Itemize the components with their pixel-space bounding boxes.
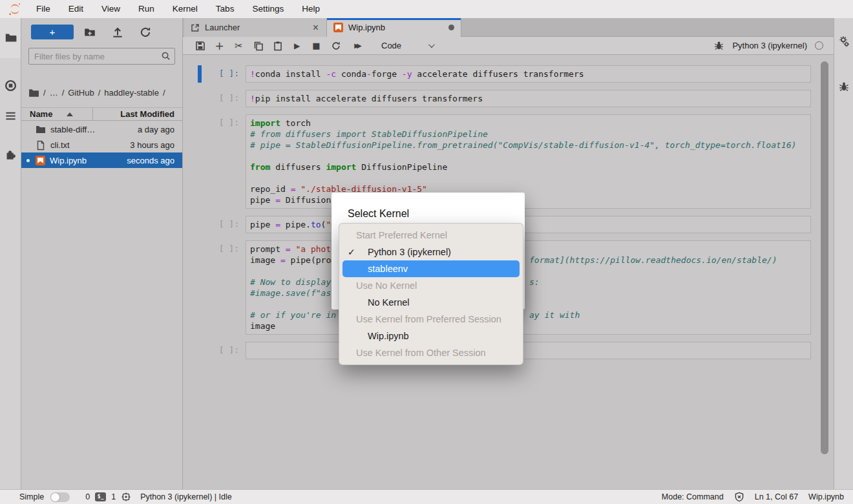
cut-icon[interactable]: ✂ <box>233 40 244 51</box>
cell-type-dropdown[interactable]: Code <box>381 41 433 50</box>
cell-code-editor[interactable]: pipe = pipe.to("m <box>246 216 811 233</box>
code-token: # Now to display <box>250 277 336 287</box>
menu-item-wip-ipynb[interactable]: Wip.ipynb <box>339 328 523 344</box>
refresh-icon[interactable] <box>139 26 152 39</box>
code-token: format](https://pillow.readthedocs.io/en… <box>529 255 777 266</box>
menu-run[interactable]: Run <box>129 0 163 18</box>
code-token: ay it with <box>529 310 580 320</box>
tab-wip-ipynb[interactable]: Wip.ipynb <box>327 18 461 37</box>
code-token: - <box>366 69 372 79</box>
add-cell-icon[interactable]: + <box>214 40 225 51</box>
code-token: DiffusionP <box>280 195 336 205</box>
table-of-contents-icon[interactable] <box>5 110 17 122</box>
folder-icon <box>36 125 46 134</box>
code-token: #image.save(f"ast <box>250 288 336 298</box>
menu-header-other-session: Use Kernel from Other Session <box>339 344 523 361</box>
new-folder-icon[interactable] <box>83 26 96 39</box>
code-line <box>250 173 806 184</box>
breadcrumb-current-folder[interactable]: haddley-stable <box>104 88 159 98</box>
file-list-header: Name Last Modified <box>21 107 182 121</box>
menu-view[interactable]: View <box>92 0 129 18</box>
cell-code-editor[interactable]: !conda install -c conda-forge -y acceler… <box>246 65 811 83</box>
code-token: s: <box>529 277 540 288</box>
debugger-bug-icon[interactable] <box>838 81 850 92</box>
file-browser-icon[interactable] <box>5 32 17 44</box>
cell-code-editor[interactable]: prompt = "a photoimage = pipe(promformat… <box>246 240 811 335</box>
launcher-icon <box>191 23 200 32</box>
breadcrumb-ellipsis[interactable]: … <box>50 88 58 98</box>
menu-item-no-kernel[interactable]: No Kernel <box>339 294 523 311</box>
file-icon <box>36 140 46 150</box>
kernel-chip-icon[interactable] <box>121 492 131 502</box>
menu-edit[interactable]: Edit <box>59 0 92 18</box>
tab-bar: Launcher × Wip.ipynb <box>183 18 834 37</box>
filter-files-input[interactable] <box>28 48 175 65</box>
new-launcher-button[interactable]: + <box>31 25 74 39</box>
tab-label: Launcher <box>205 23 311 32</box>
code-line: import torch <box>250 118 806 129</box>
terminal-count[interactable]: 0 <box>85 492 90 501</box>
kernel-select-menu: Start Preferred Kernel ✓ Python 3 (ipyke… <box>339 223 523 365</box>
code-token: accelerate diffusers transformers <box>412 69 584 79</box>
kernel-status-text[interactable]: Python 3 (ipykernel) | Idle <box>140 492 232 501</box>
code-token: # or if you're in <box>250 310 341 320</box>
kernel-name-button[interactable]: Python 3 (ipykernel) <box>732 41 807 50</box>
property-inspector-gears-icon[interactable] <box>838 36 850 47</box>
cell-code-editor[interactable] <box>246 342 811 359</box>
column-modified-header[interactable]: Last Modified <box>93 109 182 119</box>
notebook-scrollbar[interactable] <box>821 61 828 454</box>
debugger-bug-icon[interactable] <box>713 40 724 51</box>
cell-code-editor[interactable]: !pip install accelerate diffusers transf… <box>246 90 811 107</box>
breadcrumb-github[interactable]: GitHub <box>68 88 94 98</box>
menu-help[interactable]: Help <box>293 0 329 18</box>
fast-forward-icon[interactable]: ▶▶ <box>350 40 364 51</box>
kernel-idle-indicator[interactable] <box>815 41 823 50</box>
file-name: Wip.ipynb <box>50 156 127 165</box>
paste-icon[interactable] <box>272 40 283 51</box>
stop-icon[interactable]: ■ <box>311 40 322 51</box>
file-modified: seconds ago <box>127 156 182 165</box>
terminal-icon[interactable]: $_ <box>95 492 106 501</box>
code-token: prompt <box>250 244 286 254</box>
menu-settings[interactable]: Settings <box>243 0 293 18</box>
column-name-header[interactable]: Name <box>21 109 92 119</box>
kernel-count[interactable]: 1 <box>111 492 116 501</box>
code-token: import <box>326 162 356 172</box>
code-token: image <box>250 255 280 265</box>
menu-file[interactable]: File <box>27 0 59 18</box>
copy-icon[interactable] <box>253 40 264 51</box>
trust-shield-x-icon[interactable] <box>734 492 744 502</box>
file-list: stable-diff… a day ago cli.txt 3 hours a… <box>21 121 182 168</box>
run-icon[interactable]: ▶ <box>291 40 302 51</box>
extensions-puzzle-icon[interactable] <box>5 149 17 161</box>
unsaved-changes-dot[interactable] <box>448 25 454 30</box>
code-token: conda <box>336 69 366 79</box>
menu-item-stableenv-highlighted[interactable]: stableenv <box>342 260 520 277</box>
cursor-position[interactable]: Ln 1, Col 67 <box>755 492 798 501</box>
file-row-cli-txt[interactable]: cli.txt 3 hours ago <box>21 137 182 152</box>
running-sessions-icon[interactable] <box>5 79 17 92</box>
jupyter-logo-icon <box>8 2 22 16</box>
menu-kernel[interactable]: Kernel <box>163 0 207 18</box>
save-icon[interactable] <box>195 40 205 51</box>
file-row-wip-ipynb-selected[interactable]: Wip.ipynb seconds ago <box>21 152 182 168</box>
breadcrumb-sep: / <box>98 88 101 98</box>
file-name: cli.txt <box>50 140 130 150</box>
restart-kernel-icon[interactable] <box>330 40 341 51</box>
notebook-cell: [ ]: !conda install -c conda-forge -y ac… <box>198 65 811 83</box>
close-icon[interactable]: × <box>311 22 320 34</box>
menu-item-python3-ipykernel[interactable]: ✓ Python 3 (ipykernel) <box>339 244 523 260</box>
cell-code-editor[interactable]: import torch# from diffusers import Stab… <box>246 114 811 209</box>
menu-header-start-preferred: Start Preferred Kernel <box>339 227 523 244</box>
home-folder-icon[interactable] <box>28 88 39 98</box>
tab-launcher[interactable]: Launcher × <box>184 18 327 37</box>
menu-tabs[interactable]: Tabs <box>207 0 244 18</box>
simple-mode-toggle[interactable] <box>50 492 70 502</box>
code-token: = <box>275 195 280 205</box>
filter-files-box <box>28 48 175 65</box>
file-row-stable-diffusion[interactable]: stable-diff… a day ago <box>21 121 182 137</box>
breadcrumb: / … / GitHub / haddley-stable / <box>28 86 178 99</box>
upload-icon[interactable] <box>111 26 124 39</box>
command-mode-indicator[interactable]: Mode: Command <box>662 492 724 501</box>
code-token: ! <box>250 94 255 103</box>
